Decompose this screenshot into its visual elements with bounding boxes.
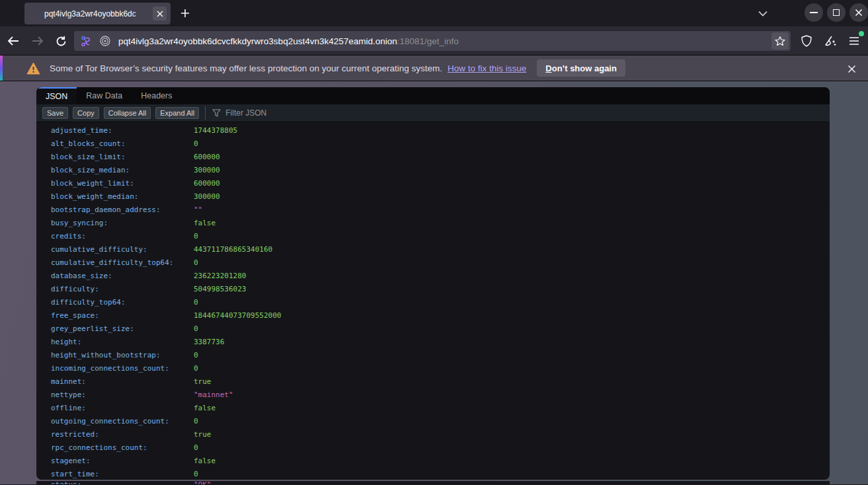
json-row: grey_peerlist_size:0 — [36, 322, 830, 336]
json-rows: adjusted_time:1744378805alt_blocks_count… — [36, 122, 830, 480]
json-value: 443711786865340160 — [194, 245, 272, 254]
json-row: nettype:"mainnet" — [36, 389, 830, 402]
json-row: block_weight_limit:600000 — [36, 177, 830, 190]
json-value: 300000 — [194, 166, 220, 174]
tab-headers[interactable]: Headers — [132, 87, 181, 104]
json-key: restricted: — [51, 428, 194, 441]
json-row: difficulty:504998536023 — [36, 283, 830, 296]
expand-all-button[interactable]: Expand All — [155, 107, 199, 119]
json-key: difficulty_top64: — [51, 296, 194, 309]
json-value: 0 — [194, 232, 198, 241]
json-row: bootstrap_daemon_address:"" — [36, 204, 830, 217]
maximize-icon — [833, 9, 840, 16]
json-value: "" — [194, 205, 202, 214]
url-text: pqt4ivlg3a2wr4oyobbk6dcvcfkkdyrwro3sbq2u… — [118, 36, 771, 46]
json-key: stagenet: — [51, 455, 194, 468]
arrow-left-icon — [7, 36, 19, 46]
json-key: cumulative_difficulty: — [51, 243, 194, 256]
window-maximize-button[interactable] — [827, 3, 846, 22]
copy-button[interactable]: Copy — [73, 107, 99, 119]
reload-button[interactable] — [53, 33, 69, 49]
security-warning-banner: Some of Tor Browser’s security features … — [0, 56, 868, 81]
json-value: 0 — [194, 417, 198, 426]
json-key: busy_syncing: — [51, 217, 194, 230]
json-value: 0 — [194, 443, 198, 452]
json-row: height_without_bootstrap:0 — [36, 349, 830, 362]
json-value: 236223201280 — [194, 272, 246, 280]
json-key: height: — [51, 336, 194, 349]
json-value: 0 — [194, 470, 198, 478]
json-key: cumulative_difficulty_top64: — [51, 256, 194, 270]
tab-title: pqt4ivlg3a2wr4oyobbk6dc — [44, 9, 145, 19]
app-menu-button[interactable] — [846, 33, 862, 49]
tor-circuit-icon[interactable] — [81, 36, 92, 47]
collapse-all-button[interactable]: Collapse All — [104, 107, 151, 119]
json-key: database_size: — [51, 270, 194, 283]
json-row: busy_syncing:false — [36, 217, 830, 230]
json-partial-row-container: status:"OK" — [36, 481, 830, 484]
json-key: credits: — [51, 230, 194, 243]
json-row: block_size_median:300000 — [36, 164, 830, 177]
save-button[interactable]: Save — [42, 107, 68, 119]
new-identity-button[interactable] — [822, 33, 838, 49]
json-row: adjusted_time:1744378805 — [36, 124, 830, 137]
banner-help-link[interactable]: How to fix this issue — [448, 63, 526, 73]
json-key: bootstrap_daemon_address: — [51, 204, 194, 217]
forward-button[interactable] — [30, 33, 46, 49]
titlebar: pqt4ivlg3a2wr4oyobbk6dc — [0, 0, 868, 26]
banner-close-button[interactable] — [844, 61, 859, 76]
json-row: block_size_limit:600000 — [36, 151, 830, 164]
json-value: 600000 — [194, 153, 220, 161]
json-key: free_space: — [51, 309, 194, 322]
json-key: block_size_limit: — [51, 151, 194, 164]
window-minimize-button[interactable] — [805, 3, 823, 22]
json-value: 0 — [194, 364, 198, 373]
json-row: block_weight_median:300000 — [36, 190, 830, 204]
json-value: 600000 — [194, 179, 220, 188]
json-key: block_weight_median: — [51, 190, 194, 204]
page-content: JSON Raw Data Headers Save Copy Collapse… — [0, 81, 868, 484]
tab-close-button[interactable] — [153, 7, 167, 20]
onion-site-icon[interactable] — [100, 36, 110, 46]
shield-icon — [801, 35, 812, 47]
list-all-tabs-button[interactable] — [755, 5, 771, 21]
json-row: cumulative_difficulty:443711786865340160 — [36, 243, 830, 256]
banner-message: Some of Tor Browser’s security features … — [50, 63, 442, 73]
json-value: 300000 — [194, 192, 220, 201]
json-row: offline:false — [36, 402, 830, 415]
json-row: incoming_connections_count:0 — [36, 362, 830, 375]
json-row: restricted:true — [36, 428, 830, 441]
json-row: status:"OK" — [36, 481, 830, 484]
back-button[interactable] — [5, 33, 21, 49]
json-key: status: — [51, 481, 194, 484]
json-row: start_time:0 — [36, 468, 830, 480]
url-bar[interactable]: pqt4ivlg3a2wr4oyobbk6dcvcfkkdyrwro3sbq2u… — [74, 31, 791, 51]
json-value: 504998536023 — [194, 285, 246, 293]
button-accesskey: D — [545, 63, 551, 73]
window-close-button[interactable] — [849, 3, 868, 22]
star-icon — [775, 36, 785, 46]
dont-show-again-button[interactable]: Don’t show again — [537, 59, 625, 77]
json-key: alt_blocks_count: — [51, 137, 194, 151]
chevron-down-icon — [758, 11, 768, 17]
plus-icon — [180, 9, 190, 18]
arrow-right-icon — [32, 36, 44, 46]
json-key: grey_peerlist_size: — [51, 322, 194, 336]
bookmark-star-button[interactable] — [771, 32, 789, 50]
json-value: true — [194, 430, 212, 439]
json-key: mainnet: — [51, 375, 194, 389]
browser-tab[interactable]: pqt4ivlg3a2wr4oyobbk6dc — [24, 3, 171, 24]
tab-json[interactable]: JSON — [36, 87, 77, 104]
new-tab-button[interactable] — [177, 5, 193, 21]
json-value: true — [194, 377, 212, 386]
broom-icon — [824, 35, 837, 47]
json-key: offline: — [51, 402, 194, 415]
json-key: rpc_connections_count: — [51, 441, 194, 455]
url-host: pqt4ivlg3a2wr4oyobbk6dcvcfkkdyrwro3sbq2u… — [118, 36, 397, 46]
tab-raw-data[interactable]: Raw Data — [77, 87, 132, 104]
update-available-dot — [859, 31, 864, 36]
json-value: 1744378805 — [194, 126, 237, 135]
filter-json-input[interactable] — [225, 108, 490, 118]
close-icon — [855, 9, 863, 17]
security-level-button[interactable] — [799, 33, 814, 49]
